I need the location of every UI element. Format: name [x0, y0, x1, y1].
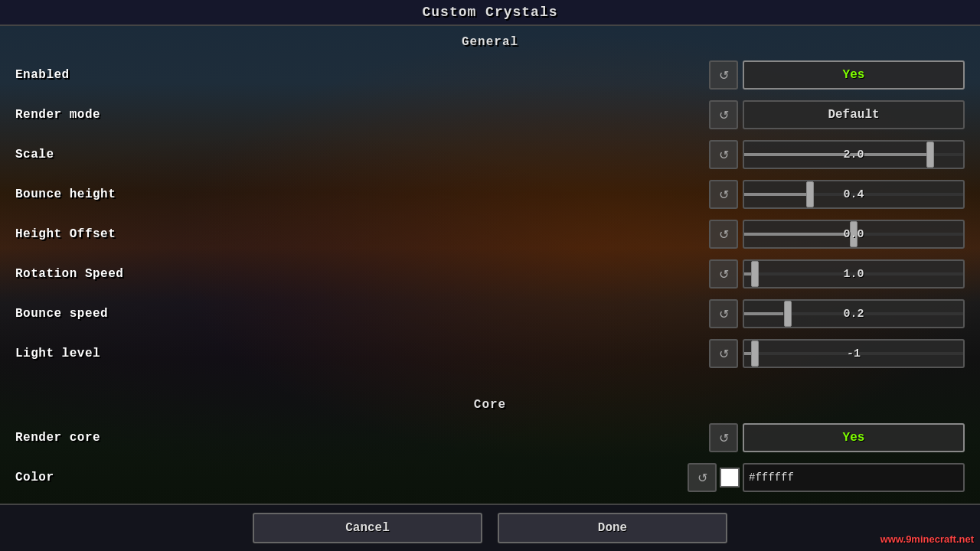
general-section-header: General: [0, 32, 980, 55]
slider-value-rotation-speed: 1.0: [744, 268, 963, 281]
slider-light-level[interactable]: -1: [743, 339, 965, 368]
setting-row-render-mode: Render mode ↺ Default: [0, 95, 980, 135]
setting-row-bounce-height: Bounce height ↺ 0.4: [0, 174, 980, 214]
slider-value-light-level: -1: [744, 347, 963, 360]
reset-bounce-height[interactable]: ↺: [709, 180, 738, 209]
setting-name-height-offset: Height Offset: [15, 227, 709, 241]
setting-name-light-level: Light level: [15, 347, 709, 360]
reset-render-mode[interactable]: ↺: [709, 100, 738, 129]
setting-row-rotation-speed: Rotation Speed ↺ 1.0: [0, 254, 980, 294]
reset-render-core[interactable]: ↺: [709, 423, 738, 452]
setting-name-color: Color: [15, 471, 688, 484]
bottom-bar: Cancel Done: [0, 504, 980, 551]
slider-bounce-height[interactable]: 0.4: [743, 180, 965, 209]
cancel-button[interactable]: Cancel: [253, 513, 482, 543]
reset-color[interactable]: ↺: [688, 463, 717, 492]
core-section-divider: [0, 373, 980, 395]
reset-enabled[interactable]: ↺: [709, 60, 738, 90]
slider-value-height-offset: 0.0: [744, 228, 963, 241]
slider-scale[interactable]: 2.0: [743, 140, 965, 169]
value-render-core[interactable]: Yes: [743, 423, 965, 452]
core-label: Core: [474, 398, 506, 412]
value-render-mode[interactable]: Default: [743, 100, 965, 129]
reset-rotation-speed[interactable]: ↺: [709, 259, 738, 289]
setting-name-render-core: Render core: [15, 431, 709, 445]
setting-row-render-core: Render core ↺ Yes: [0, 418, 980, 458]
value-text-render-mode: Default: [828, 108, 879, 122]
value-text-enabled: Yes: [843, 68, 865, 82]
general-settings: Enabled ↺ Yes Render mode ↺ Default Scal…: [0, 55, 980, 373]
main-panel: Custom Crystals General Enabled ↺ Yes Re…: [0, 0, 980, 551]
core-settings: Render core ↺ Yes Color ↺ #ffffff: [0, 418, 980, 497]
setting-name-bounce-height: Bounce height: [15, 187, 709, 201]
reset-bounce-speed[interactable]: ↺: [709, 299, 738, 328]
setting-name-render-mode: Render mode: [15, 108, 709, 122]
value-text-render-core: Yes: [843, 431, 865, 445]
general-label: General: [462, 35, 518, 49]
color-swatch[interactable]: [720, 468, 740, 487]
title-bar: Custom Crystals: [0, 0, 980, 26]
setting-row-enabled: Enabled ↺ Yes: [0, 55, 980, 95]
setting-name-rotation-speed: Rotation Speed: [15, 267, 709, 281]
watermark: www.9minecraft.net: [880, 533, 974, 545]
setting-row-scale: Scale ↺ 2.0: [0, 135, 980, 174]
setting-row-color: Color ↺ #ffffff: [0, 458, 980, 497]
slider-value-bounce-speed: 0.2: [744, 308, 963, 321]
window-title: Custom Crystals: [422, 5, 557, 20]
setting-name-scale: Scale: [15, 148, 709, 161]
core-section-header: Core: [0, 395, 980, 418]
reset-height-offset[interactable]: ↺: [709, 220, 738, 249]
content-area: General Enabled ↺ Yes Render mode ↺ Defa…: [0, 26, 980, 504]
done-button[interactable]: Done: [498, 513, 727, 543]
value-enabled[interactable]: Yes: [743, 60, 965, 90]
slider-height-offset[interactable]: 0.0: [743, 220, 965, 249]
reset-light-level[interactable]: ↺: [709, 339, 738, 368]
color-controls: ↺: [688, 463, 743, 492]
setting-row-light-level: Light level ↺ -1: [0, 334, 980, 373]
setting-row-height-offset: Height Offset ↺ 0.0: [0, 214, 980, 254]
setting-name-enabled: Enabled: [15, 68, 709, 82]
slider-value-bounce-height: 0.4: [744, 188, 963, 201]
slider-bounce-speed[interactable]: 0.2: [743, 299, 965, 328]
color-value[interactable]: #ffffff: [749, 471, 959, 484]
reset-scale[interactable]: ↺: [709, 140, 738, 169]
color-input-container: #ffffff: [743, 463, 965, 492]
setting-name-bounce-speed: Bounce speed: [15, 307, 709, 321]
slider-rotation-speed[interactable]: 1.0: [743, 259, 965, 289]
slider-value-scale: 2.0: [744, 148, 963, 161]
setting-row-bounce-speed: Bounce speed ↺ 0.2: [0, 294, 980, 334]
